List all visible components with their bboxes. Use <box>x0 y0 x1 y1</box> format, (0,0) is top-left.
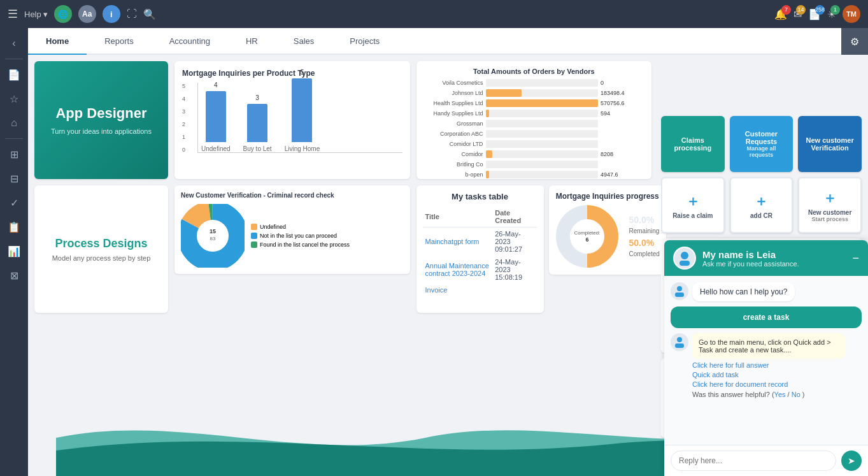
helpful-prompt: Was this answer helpful? (Yes / No ) <box>692 391 845 398</box>
link-full-answer[interactable]: Click here for full answer <box>692 361 845 369</box>
task-link-3[interactable]: Invoice <box>425 286 448 294</box>
y-axis: 543210 <box>182 83 185 153</box>
plus-icon-3: ＋ <box>823 189 837 208</box>
leia-reply-input[interactable] <box>671 451 836 471</box>
sidebar-page-icon[interactable]: 📄 <box>3 64 25 85</box>
tab-bar: Home Reports Accounting HR Sales Project… <box>28 28 868 55</box>
sidebar-divider-2 <box>5 138 23 139</box>
leia-send-button[interactable]: ➤ <box>841 451 862 471</box>
app-tile-add-cr[interactable]: ＋ add CR <box>730 177 793 233</box>
mail-button[interactable]: ✉ 14 <box>793 8 802 20</box>
table-row: Annual Maintenance contract 2023-2024 24… <box>423 256 537 284</box>
process-designs-card[interactable]: Process Designs Model any process step b… <box>34 185 168 313</box>
app-tile-new-customer[interactable]: ＋ New customer Start process <box>798 177 862 233</box>
sidebar-star-icon[interactable]: ☆ <box>3 89 25 109</box>
leia-minimize-button[interactable]: − <box>852 252 859 265</box>
bar-undefined-fill <box>206 91 226 142</box>
app-tile-claims[interactable]: Claims processing <box>661 116 725 172</box>
globe-icon[interactable]: 🌐 <box>54 5 72 23</box>
response-container: Go to the main menu, click on Quick add … <box>692 333 845 398</box>
tasks-title: My tasks table <box>423 192 537 201</box>
leia-info: My name is Leia Ask me if you need assis… <box>702 249 799 268</box>
link-quick-add[interactable]: Quick add task <box>692 371 845 379</box>
donut-svg: Completed: 6 <box>555 205 619 268</box>
svg-rect-45 <box>675 343 684 348</box>
table-row: Mainchatgpt form 26-May-2023 09:01:27 <box>423 227 537 256</box>
task-link-2[interactable]: Annual Maintenance contract 2023-2024 <box>425 262 489 277</box>
tasks-card: My tasks table Title Date Created Mainch… <box>416 185 544 313</box>
info-icon[interactable]: i <box>103 5 120 23</box>
svg-text:6: 6 <box>585 236 588 243</box>
vendor-chart-title: Total Amounts of Orders by Vendors <box>423 68 646 75</box>
search-icon[interactable]: 🔍 <box>143 8 156 20</box>
pie-chart-title: New Customer Verification - Criminal rec… <box>181 192 404 199</box>
process-designs-subtitle: Model any process step by step <box>52 254 151 262</box>
create-task-button[interactable]: create a task <box>671 307 862 328</box>
link-document[interactable]: Click here for document record <box>692 380 845 388</box>
leia-links: Click here for full answer Quick add tas… <box>692 361 845 388</box>
sun-button[interactable]: ☀ 1 <box>827 8 836 20</box>
app-designer-card[interactable]: App Designer Turn your ideas into applic… <box>34 61 168 179</box>
sidebar-grid-icon[interactable]: ⊞ <box>3 144 25 164</box>
pie-content: 15 83 Undefined Not in the list you can … <box>181 204 404 268</box>
mortgage-progress-title: Mortgage Inquiries progress <box>556 192 659 201</box>
no-link[interactable]: No <box>792 391 800 398</box>
sidebar-chart-icon[interactable]: 📊 <box>3 241 25 261</box>
mortgage-progress-card: Mortgage Inquiries progress Completed: 6… <box>549 185 666 275</box>
sidebar-docs-icon[interactable]: 📋 <box>3 217 25 237</box>
leia-subtitle: Ask me if you need assistance. <box>702 260 799 268</box>
right-charts: Mortgage Inquiries progress Completed: 6… <box>549 185 666 313</box>
app-designer-subtitle: Turn your ideas into applications <box>51 127 152 135</box>
sidebar-home-icon[interactable]: ⌂ <box>3 113 25 133</box>
font-icon[interactable]: Aa <box>78 5 96 23</box>
progress-labels: 50.0%Remaining 50.0%Completed <box>629 215 660 258</box>
app-designer-title: App Designer <box>55 105 146 122</box>
app-tile-new-customer-verification[interactable]: New customer Verification <box>798 116 862 172</box>
nav-right: 🔔 7 ✉ 14 📄 258 ☀ 1 TM <box>774 5 860 23</box>
leia-name: My name is Leia <box>702 249 799 260</box>
files-button[interactable]: 📄 258 <box>808 8 821 20</box>
notifications-button[interactable]: 🔔 7 <box>774 8 787 20</box>
col2-row2: New Customer Verification - Criminal rec… <box>174 185 410 313</box>
fullscreen-icon[interactable]: ⛶ <box>127 8 137 20</box>
vendor-chart-card: Total Amounts of Orders by Vendors Voila… <box>416 61 652 179</box>
app-tile-raise-claim[interactable]: ＋ Raise a claim <box>661 177 725 233</box>
tasks-table: Title Date Created Mainchatgpt form 26-M… <box>423 206 537 296</box>
tab-accounting[interactable]: Accounting <box>152 28 228 55</box>
tab-projects[interactable]: Projects <box>332 28 397 55</box>
sidebar-grid2-icon[interactable]: ⊟ <box>3 168 25 189</box>
svg-point-44 <box>677 337 682 342</box>
leia-chat-widget: My name is Leia Ask me if you need assis… <box>664 240 868 476</box>
leia-response-msg: Go to the main menu, click on Quick add … <box>671 333 862 398</box>
leia-greeting-bubble: Hello how can I help you? <box>692 282 795 301</box>
hamburger-icon[interactable]: ☰ <box>8 7 18 21</box>
bar-buy-to-let: 3 Buy to Let <box>243 94 272 152</box>
svg-text:15: 15 <box>210 228 216 234</box>
col3-row2: My tasks table Title Date Created Mainch… <box>416 185 652 313</box>
sun-badge: 1 <box>830 5 840 15</box>
bar-chart-container: 543210 4 Undefined 3 Buy to Let <box>182 83 402 153</box>
files-badge: 258 <box>815 5 825 15</box>
sidebar-check-icon[interactable]: ✓ <box>3 192 25 213</box>
donut-container: Completed: 6 50.0%Remaining 50.0%Complet… <box>555 205 660 268</box>
nav-left: ☰ Help ▾ 🌐 Aa i ⛶ 🔍 <box>8 5 156 23</box>
app-tile-customer-requests[interactable]: Customer Requests Manage all requests <box>730 116 793 172</box>
bar-undefined: 4 Undefined <box>201 82 231 152</box>
svg-rect-43 <box>675 292 684 297</box>
task-link-1[interactable]: Mainchatgpt form <box>425 238 480 245</box>
svg-point-40 <box>681 252 688 259</box>
help-button[interactable]: Help ▾ <box>24 10 48 19</box>
col-date: Date Created <box>492 206 537 227</box>
pie-legend: Undefined Not in the list you can procee… <box>251 224 350 248</box>
yes-link[interactable]: Yes <box>774 391 786 398</box>
tab-home[interactable]: Home <box>28 28 87 55</box>
notifications-badge: 7 <box>781 5 791 15</box>
sidebar-grid3-icon[interactable]: ⊠ <box>3 265 25 285</box>
settings-gear-icon[interactable]: ⚙ <box>841 28 868 55</box>
tab-hr[interactable]: HR <box>228 28 276 55</box>
sidebar-chevron-icon[interactable]: ‹ <box>3 33 25 54</box>
user-avatar[interactable]: TM <box>843 5 860 23</box>
tab-reports[interactable]: Reports <box>87 28 152 55</box>
tab-sales[interactable]: Sales <box>276 28 332 55</box>
table-row: Invoice <box>423 284 537 296</box>
